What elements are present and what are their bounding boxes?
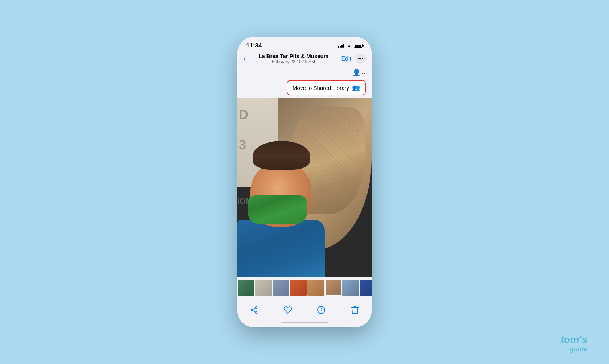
svg-point-1 [251, 309, 253, 311]
thumbnail-strip [237, 277, 372, 299]
share-icon [250, 306, 258, 314]
person-hair [253, 141, 310, 170]
home-indicator [237, 319, 372, 327]
thumbnail-5[interactable] [307, 280, 324, 296]
nav-title: La Brea Tar Pits & Museum [258, 53, 328, 59]
thumbnail-6-selected[interactable] [325, 280, 341, 296]
thumbnail-3[interactable] [273, 280, 289, 296]
page-background: 11:34 ▲ ‹ La Brea Tar Pits & Museu [0, 0, 609, 364]
delete-button[interactable] [347, 302, 363, 318]
person-mask [248, 195, 307, 224]
nav-actions: Edit ••• [341, 54, 366, 64]
heart-icon [283, 306, 292, 314]
move-to-shared-library-button[interactable]: Move to Shared Library 👥 [287, 80, 366, 95]
more-button[interactable]: ••• [356, 54, 366, 64]
status-time: 11:34 [246, 42, 262, 49]
photo-area[interactable]: D 3 ION [237, 98, 372, 277]
thumbnail-7[interactable] [342, 280, 359, 296]
nav-subtitle: February 23 10:19 AM [258, 59, 328, 64]
signal-icon [338, 44, 344, 48]
phone-frame: 11:34 ▲ ‹ La Brea Tar Pits & Museu [237, 37, 372, 327]
person-icon: 👤 [352, 69, 360, 76]
edit-button[interactable]: Edit [341, 55, 351, 62]
nav-title-group: La Brea Tar Pits & Museum February 23 10… [258, 53, 328, 64]
watermark-line1: tom's [560, 334, 587, 346]
shared-library-label: Move to Shared Library [293, 85, 349, 91]
thumbnail-1[interactable] [238, 280, 254, 296]
share-button[interactable] [246, 302, 262, 318]
trash-icon [351, 306, 359, 314]
svg-point-0 [256, 307, 257, 309]
back-button[interactable]: ‹ [243, 54, 246, 63]
photo-content: D 3 ION [237, 98, 372, 277]
wifi-icon: ▲ [347, 43, 352, 49]
ellipsis-icon: ••• [358, 56, 364, 62]
status-bar: 11:34 ▲ [237, 37, 372, 51]
thumbnail-8[interactable] [360, 280, 372, 296]
battery-icon [354, 44, 363, 48]
back-chevron-icon: ‹ [243, 54, 246, 63]
nav-bar: ‹ La Brea Tar Pits & Museum February 23 … [237, 51, 372, 67]
watermark: tom's guide [560, 334, 587, 353]
info-button[interactable] [313, 302, 329, 318]
person-figure [237, 134, 325, 277]
thumbnail-2[interactable] [255, 280, 272, 296]
info-icon [317, 306, 326, 314]
person-shirt [237, 220, 325, 277]
dropdown-area: 👤 ⌄ [237, 67, 372, 79]
watermark-line2: guide [560, 346, 587, 353]
home-bar [281, 322, 328, 323]
shared-users-icon: 👥 [352, 84, 360, 92]
status-icons: ▲ [338, 43, 363, 49]
shared-library-banner: Move to Shared Library 👥 [237, 79, 372, 98]
bottom-toolbar [237, 299, 372, 319]
chevron-down-icon: ⌄ [361, 70, 366, 75]
person-dropdown-button[interactable]: 👤 ⌄ [352, 69, 366, 76]
favorite-button[interactable] [280, 302, 296, 318]
wall-letter-d: D [239, 107, 248, 123]
thumbnail-4[interactable] [290, 280, 307, 296]
svg-point-2 [256, 312, 257, 314]
